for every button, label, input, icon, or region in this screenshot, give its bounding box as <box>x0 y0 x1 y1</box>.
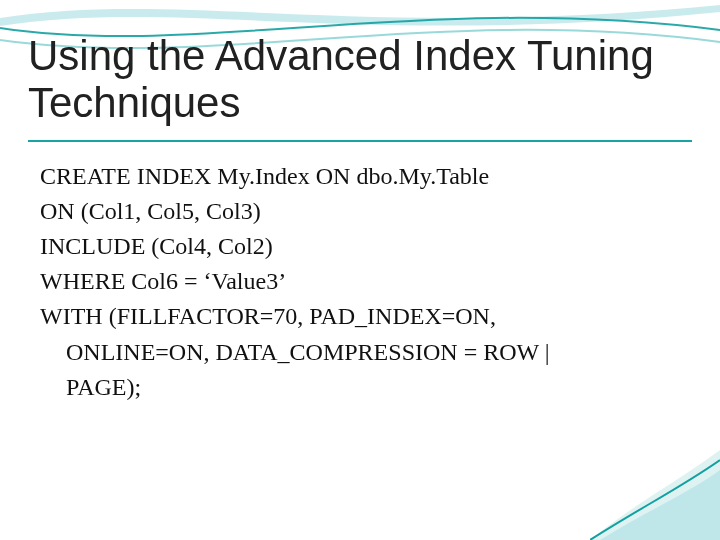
code-line-3: INCLUDE (Col4, Col2) <box>40 230 680 263</box>
slide-body: CREATE INDEX My.Index ON dbo.My.Table ON… <box>40 160 680 406</box>
code-line-5: WITH (FILLFACTOR=70, PAD_INDEX=ON, <box>40 300 680 333</box>
slide: Using the Advanced Index Tuning Techniqu… <box>0 0 720 540</box>
code-line-6: ONLINE=ON, DATA_COMPRESSION = ROW | <box>40 336 680 369</box>
slide-title: Using the Advanced Index Tuning Techniqu… <box>28 32 692 126</box>
code-line-2: ON (Col1, Col5, Col3) <box>40 195 680 228</box>
code-line-7: PAGE); <box>40 371 680 404</box>
code-line-4: WHERE Col6 = ‘Value3’ <box>40 265 680 298</box>
code-line-1: CREATE INDEX My.Index ON dbo.My.Table <box>40 160 680 193</box>
title-underline <box>28 140 692 142</box>
decorative-corner <box>590 440 720 540</box>
